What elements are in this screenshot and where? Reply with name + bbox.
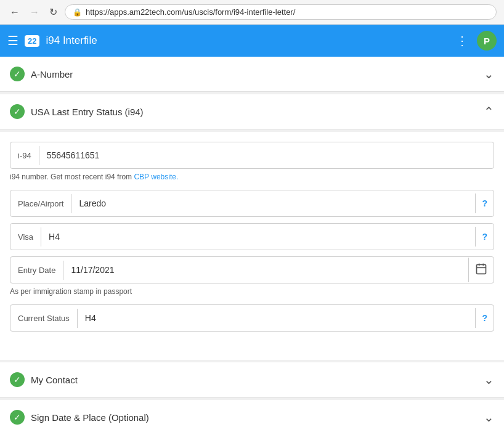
- main-content: ✓ A-Number ⌄ ✓ USA Last Entry Status (i9…: [0, 57, 504, 432]
- usa-entry-form: i-94 55645611651 i94 number. Get most re…: [0, 132, 504, 360]
- current-status-field: Current Status H4 ?: [10, 304, 494, 332]
- chevron-a-number: ⌄: [484, 67, 494, 81]
- app-title: i94 Interfile: [46, 35, 97, 47]
- visa-value[interactable]: H4: [41, 227, 475, 247]
- place-airport-field: Place/Airport Laredo ?: [10, 190, 494, 217]
- entry-date-label: Entry Date: [10, 261, 63, 280]
- current-status-value[interactable]: H4: [78, 308, 476, 328]
- app-header: ☰ 22 i94 Interfile ⋮ P: [0, 25, 504, 57]
- address-bar[interactable]: 🔒 https://apps.am22tech.com/us/uscis/for…: [65, 4, 497, 20]
- visa-field: Visa H4 ?: [10, 223, 494, 250]
- check-icon-usa-entry: ✓: [10, 104, 25, 119]
- menu-icon[interactable]: ☰: [7, 33, 18, 48]
- current-status-label: Current Status: [10, 309, 78, 328]
- check-icon-a-number: ✓: [10, 67, 25, 81]
- entry-date-field: Entry Date 11/17/2021: [10, 256, 494, 283]
- visa-help-button[interactable]: ?: [475, 227, 494, 247]
- avatar: P: [477, 31, 497, 51]
- visa-label: Visa: [10, 227, 41, 247]
- i94-field: i-94 55645611651: [10, 142, 494, 169]
- section-my-contact[interactable]: ✓ My Contact ⌄: [0, 362, 504, 397]
- svg-rect-0: [477, 264, 486, 274]
- browser-bar: ← → ↻ 🔒 https://apps.am22tech.com/us/usc…: [0, 0, 504, 25]
- place-help-button[interactable]: ?: [475, 194, 494, 213]
- header-right: ⋮ P: [456, 31, 497, 51]
- header-left: ☰ 22 i94 Interfile: [7, 33, 97, 48]
- reload-button[interactable]: ↻: [47, 5, 60, 19]
- more-icon[interactable]: ⋮: [456, 33, 468, 48]
- calendar-button[interactable]: [468, 258, 494, 282]
- section-title-usa-entry: USA Last Entry Status (i94): [31, 107, 144, 117]
- check-icon-sign-date: ✓: [10, 410, 25, 425]
- chevron-sign-date: ⌄: [484, 410, 494, 425]
- chevron-usa-entry: ⌃: [484, 104, 494, 119]
- lock-icon: 🔒: [73, 8, 82, 17]
- section-sign-date[interactable]: ✓ Sign Date & Place (Optional) ⌄: [0, 400, 504, 432]
- logo-badge: 22: [25, 35, 39, 47]
- i94-label: i-94: [10, 146, 39, 165]
- section-title-my-contact: My Contact: [31, 375, 78, 385]
- cbp-link[interactable]: CBP website.: [134, 173, 178, 181]
- url-text: https://apps.am22tech.com/us/uscis/form/…: [86, 7, 295, 17]
- current-status-help-button[interactable]: ?: [475, 308, 494, 328]
- check-icon-my-contact: ✓: [10, 372, 25, 387]
- forward-button[interactable]: →: [27, 6, 42, 19]
- place-value[interactable]: Laredo: [71, 194, 475, 213]
- entry-date-value[interactable]: 11/17/2021: [63, 260, 468, 280]
- back-button[interactable]: ←: [7, 6, 22, 19]
- section-title-a-number: A-Number: [31, 69, 73, 79]
- i94-helper-text: i94 number. Get most recent i94 from CBP…: [10, 173, 494, 181]
- passport-note: As per immigration stamp in passport: [10, 287, 494, 296]
- section-title-sign-date: Sign Date & Place (Optional): [31, 412, 149, 423]
- section-a-number[interactable]: ✓ A-Number ⌄: [0, 57, 504, 92]
- section-usa-entry-header[interactable]: ✓ USA Last Entry Status (i94) ⌃: [0, 94, 504, 129]
- i94-value[interactable]: 55645611651: [39, 145, 494, 165]
- place-label: Place/Airport: [10, 194, 71, 213]
- chevron-my-contact: ⌄: [484, 372, 494, 387]
